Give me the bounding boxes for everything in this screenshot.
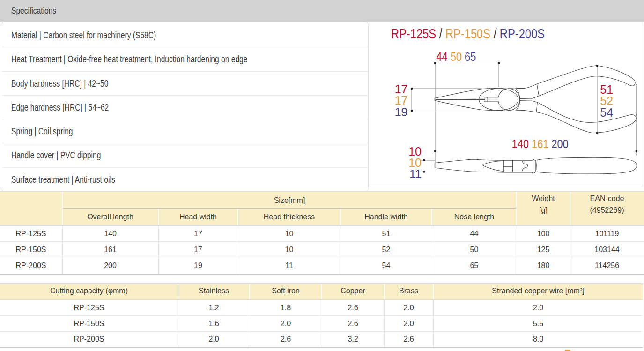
svg-text:140 161 200: 140 161 200 xyxy=(512,137,569,150)
svg-text:54: 54 xyxy=(600,106,613,119)
svg-text:19: 19 xyxy=(395,105,408,119)
svg-text:11: 11 xyxy=(409,167,422,180)
svg-text:44 50 65: 44 50 65 xyxy=(436,50,476,63)
